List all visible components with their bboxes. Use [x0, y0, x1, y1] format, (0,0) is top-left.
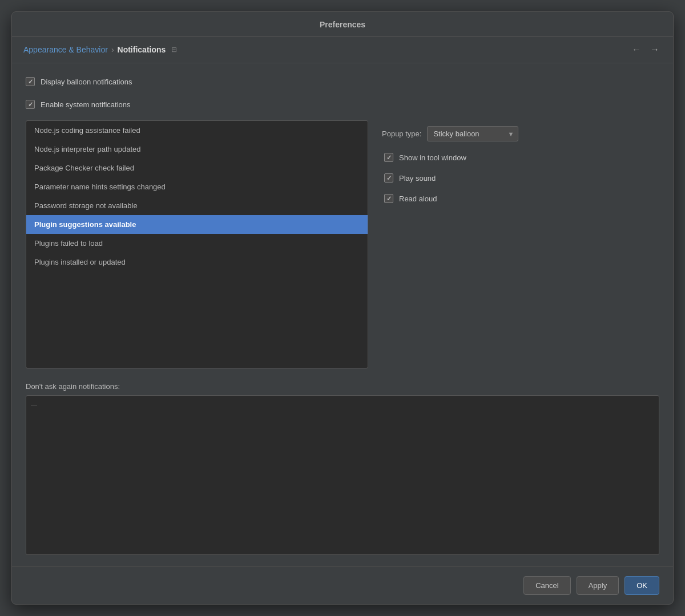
- list-item[interactable]: Password storage not available: [26, 196, 368, 215]
- play-sound-checkbox[interactable]: [384, 173, 393, 183]
- list-item[interactable]: Plugins installed or updated: [26, 253, 368, 271]
- display-balloon-checkbox[interactable]: [26, 77, 35, 86]
- forward-arrow-icon[interactable]: →: [648, 43, 662, 56]
- breadcrumb-parent[interactable]: Appearance & Behavior: [23, 45, 108, 54]
- list-item[interactable]: Plugins failed to load: [26, 234, 368, 253]
- dialog-footer: Cancel Apply OK: [12, 566, 673, 604]
- main-area: Node.js coding assistance failed Node.js…: [26, 120, 659, 368]
- list-item-selected[interactable]: Plugin suggestions available: [26, 215, 368, 234]
- display-balloon-row: Display balloon notifications: [26, 75, 659, 88]
- notification-list: Node.js coding assistance failed Node.js…: [26, 121, 368, 271]
- content-area: Display balloon notifications Enable sys…: [12, 63, 673, 566]
- breadcrumb-settings-icon[interactable]: ⊟: [171, 46, 177, 54]
- play-sound-row: Play sound: [384, 171, 659, 185]
- breadcrumb-current: Notifications: [118, 45, 166, 54]
- list-item[interactable]: Parameter name hints settings changed: [26, 177, 368, 196]
- notification-list-container: Node.js coding assistance failed Node.js…: [26, 120, 368, 368]
- dont-ask-section: Don't ask again notifications: —: [26, 382, 659, 555]
- read-aloud-checkbox[interactable]: [384, 194, 393, 203]
- popup-type-select[interactable]: Sticky balloon Balloon No popup: [427, 126, 518, 141]
- popup-type-label: Popup type:: [382, 129, 421, 138]
- dialog-title: Preferences: [320, 20, 365, 29]
- title-bar: Preferences: [12, 12, 673, 37]
- enable-system-row: Enable system notifications: [26, 98, 659, 111]
- enable-system-checkbox[interactable]: [26, 100, 35, 109]
- breadcrumb-bar: Appearance & Behavior › Notifications ⊟ …: [12, 37, 673, 63]
- dont-ask-label: Don't ask again notifications:: [26, 382, 659, 391]
- list-item[interactable]: Package Checker check failed: [26, 159, 368, 177]
- play-sound-label: Play sound: [399, 174, 436, 183]
- cancel-button[interactable]: Cancel: [523, 576, 570, 595]
- dont-ask-dash: —: [31, 402, 37, 408]
- right-options: Show in tool window Play sound Read alou…: [382, 151, 659, 205]
- enable-system-label: Enable system notifications: [41, 100, 131, 109]
- list-item[interactable]: Node.js interpreter path updated: [26, 140, 368, 159]
- read-aloud-label: Read aloud: [399, 194, 437, 203]
- dont-ask-box: —: [26, 395, 659, 555]
- apply-button[interactable]: Apply: [577, 576, 619, 595]
- read-aloud-row: Read aloud: [384, 192, 659, 205]
- popup-type-select-wrapper: Sticky balloon Balloon No popup ▼: [427, 126, 518, 141]
- show-tool-window-checkbox[interactable]: [384, 153, 393, 162]
- popup-type-row: Popup type: Sticky balloon Balloon No po…: [382, 126, 659, 141]
- breadcrumb: Appearance & Behavior › Notifications ⊟: [23, 45, 177, 54]
- show-tool-window-row: Show in tool window: [384, 151, 659, 164]
- preferences-dialog: Preferences Appearance & Behavior › Noti…: [11, 11, 674, 605]
- right-panel: Popup type: Sticky balloon Balloon No po…: [382, 120, 659, 368]
- ok-button[interactable]: OK: [624, 576, 659, 595]
- nav-arrows: ← →: [630, 43, 662, 56]
- show-tool-window-label: Show in tool window: [399, 153, 466, 162]
- display-balloon-label: Display balloon notifications: [41, 78, 132, 86]
- breadcrumb-separator: ›: [111, 45, 114, 54]
- back-arrow-icon[interactable]: ←: [630, 43, 643, 56]
- list-item[interactable]: Node.js coding assistance failed: [26, 121, 368, 140]
